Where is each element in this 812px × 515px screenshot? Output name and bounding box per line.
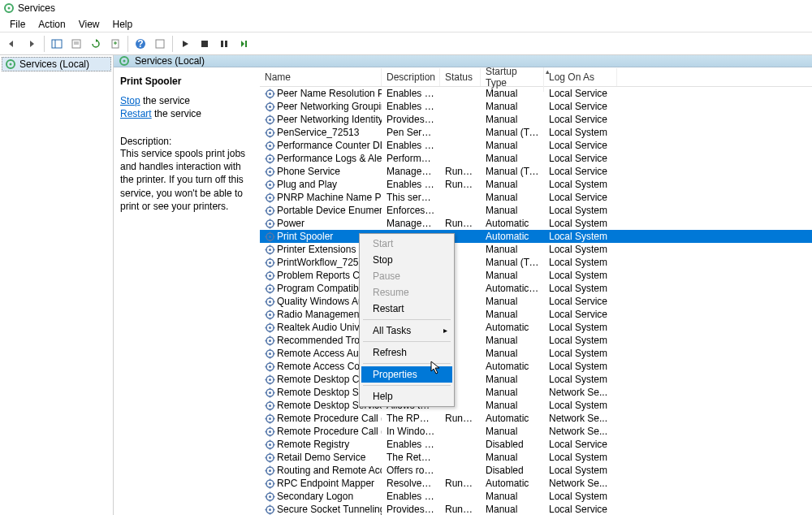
restart-service-button[interactable] bbox=[235, 35, 253, 53]
service-desc: Enforces gro... bbox=[382, 205, 440, 216]
service-row[interactable]: Remote Desktop ServicesManualNetwork Se.… bbox=[260, 386, 812, 399]
help2-button[interactable] bbox=[151, 35, 169, 53]
service-row[interactable]: Remote RegistryEnables rem...DisabledLoc… bbox=[260, 438, 812, 451]
service-desc: Provides ide... bbox=[382, 114, 440, 125]
header-strip: Services (Local) bbox=[114, 55, 812, 67]
stop-service-button[interactable] bbox=[196, 35, 214, 53]
start-service-button[interactable] bbox=[176, 35, 194, 53]
service-row[interactable]: PrintWorkflow_72513Manual (Trigg...Local… bbox=[260, 256, 812, 269]
title-bar: Services bbox=[0, 0, 812, 16]
ctx-refresh[interactable]: Refresh bbox=[361, 344, 452, 361]
service-row[interactable]: Remote Desktop Configurati...ManualLocal… bbox=[260, 373, 812, 386]
menu-file[interactable]: File bbox=[3, 17, 32, 32]
service-row[interactable]: Retail Demo ServiceThe Retail D...Manual… bbox=[260, 451, 812, 464]
gear-icon bbox=[265, 245, 275, 255]
gear-icon bbox=[265, 154, 275, 164]
service-row[interactable]: Realtek Audio Universal Serv...Automatic… bbox=[260, 321, 812, 334]
service-desc: Pen Service bbox=[382, 127, 440, 138]
svg-point-80 bbox=[269, 223, 271, 225]
service-row[interactable]: PenService_72513Pen ServiceManual (Trigg… bbox=[260, 126, 812, 139]
svg-point-170 bbox=[269, 418, 271, 420]
col-logon[interactable]: Log On As bbox=[544, 68, 617, 86]
pause-service-button[interactable] bbox=[215, 35, 233, 53]
service-row[interactable]: Peer Networking Identity M...Provides id… bbox=[260, 113, 812, 126]
menu-action[interactable]: Action bbox=[32, 17, 71, 32]
tree-root-item[interactable]: Services (Local) bbox=[2, 57, 111, 71]
service-row[interactable]: Recommended Troubleshoo...ManualLocal Sy… bbox=[260, 334, 812, 347]
svg-point-188 bbox=[269, 457, 271, 459]
col-status[interactable]: Status bbox=[440, 68, 481, 86]
service-row[interactable]: Performance Counter DLL H...Enables rem.… bbox=[260, 139, 812, 152]
service-logon: Local Service bbox=[544, 114, 617, 125]
service-name: Peer Name Resolution Proto... bbox=[277, 88, 382, 99]
service-row[interactable]: Phone ServiceManages th...RunningManual … bbox=[260, 165, 812, 178]
ctx-restart[interactable]: Restart bbox=[361, 301, 452, 317]
service-row[interactable]: Plug and PlayEnables a co...RunningManua… bbox=[260, 178, 812, 191]
detail-desc-text: This service spools print jobs and handl… bbox=[120, 147, 253, 213]
service-startup: Manual bbox=[481, 205, 544, 216]
svg-rect-14 bbox=[245, 41, 247, 47]
forward-button[interactable] bbox=[23, 35, 41, 53]
list-body[interactable]: Peer Name Resolution Proto...Enables ser… bbox=[260, 87, 812, 515]
service-startup: Automatic bbox=[481, 478, 544, 489]
service-logon: Local Service bbox=[544, 166, 617, 177]
service-row[interactable]: Remote Access Auto Connec...ManualLocal … bbox=[260, 347, 812, 360]
service-logon: Local Service bbox=[544, 153, 617, 164]
col-name[interactable]: Name bbox=[260, 68, 382, 86]
menu-view[interactable]: View bbox=[72, 17, 106, 32]
service-row[interactable]: RPC Endpoint MapperResolves RP...Running… bbox=[260, 477, 812, 490]
svg-point-92 bbox=[269, 249, 271, 251]
service-row[interactable]: Secure Socket Tunneling Pro...Provides s… bbox=[260, 503, 812, 515]
ctx-stop[interactable]: Stop bbox=[361, 252, 452, 268]
back-button[interactable] bbox=[3, 35, 21, 53]
ctx-properties[interactable]: Properties bbox=[361, 366, 452, 383]
service-desc: Enables rem... bbox=[382, 439, 440, 450]
service-row[interactable]: Remote Desktop Services Us...Allows the … bbox=[260, 399, 812, 412]
service-row[interactable]: PowerManages po...RunningAutomaticLocal … bbox=[260, 217, 812, 230]
service-row[interactable]: Radio Management ServiceManualLocal Serv… bbox=[260, 308, 812, 321]
refresh-button[interactable] bbox=[87, 35, 105, 53]
stop-rest: the service bbox=[140, 95, 190, 106]
service-row[interactable]: Remote Access Connection ...AutomaticLoc… bbox=[260, 360, 812, 373]
gear-icon bbox=[265, 413, 275, 424]
restart-link[interactable]: Restart bbox=[120, 108, 152, 119]
gear-icon bbox=[265, 141, 275, 151]
stop-link[interactable]: Stop bbox=[120, 95, 140, 106]
service-name: Performance Logs & Alerts bbox=[277, 153, 382, 164]
service-row[interactable]: Quality Windows Audio Vid...ManualLocal … bbox=[260, 295, 812, 308]
gear-icon bbox=[265, 102, 275, 112]
service-row[interactable]: Program Compatibility Assis...Automatic … bbox=[260, 282, 812, 295]
service-row[interactable]: Print SpoolerAutomaticLocal System bbox=[260, 230, 812, 243]
col-description[interactable]: Description bbox=[382, 68, 440, 86]
service-name: PNRP Machine Name Public... bbox=[277, 192, 382, 203]
service-row[interactable]: PNRP Machine Name Public...This service … bbox=[260, 191, 812, 204]
ctx-help[interactable]: Help bbox=[361, 388, 452, 405]
help-button[interactable]: ? bbox=[132, 35, 149, 53]
menu-help[interactable]: Help bbox=[106, 17, 140, 32]
properties-button[interactable] bbox=[67, 35, 85, 53]
svg-point-74 bbox=[269, 210, 271, 212]
service-startup: Automatic bbox=[481, 361, 544, 372]
gear-icon bbox=[265, 439, 275, 450]
svg-point-140 bbox=[269, 353, 271, 355]
service-row[interactable]: Performance Logs & AlertsPerformance...M… bbox=[260, 152, 812, 165]
service-row[interactable]: Routing and Remote AccessOffers routi...… bbox=[260, 464, 812, 477]
service-logon: Local System bbox=[544, 270, 617, 281]
ctx-alltasks[interactable]: All Tasks▸ bbox=[361, 322, 452, 339]
service-row[interactable]: Portable Device Enumerator ...Enforces g… bbox=[260, 204, 812, 217]
service-startup: Manual (Trigg... bbox=[481, 166, 544, 177]
service-name: Print Spooler bbox=[277, 231, 333, 242]
gear-icon bbox=[265, 504, 275, 515]
gear-icon bbox=[265, 348, 275, 359]
service-row[interactable]: Remote Procedure Call (RPC)The RPCSS s..… bbox=[260, 412, 812, 425]
service-row[interactable]: Problem Reports Control Pa...ManualLocal… bbox=[260, 269, 812, 282]
services-header-icon bbox=[119, 55, 130, 67]
gear-icon bbox=[265, 128, 275, 138]
service-row[interactable]: Remote Procedure Call (RPC)...In Windows… bbox=[260, 425, 812, 438]
service-row[interactable]: Secondary LogonEnables start...ManualLoc… bbox=[260, 490, 812, 503]
service-row[interactable]: Printer Extensions and Notifi...ManualLo… bbox=[260, 243, 812, 256]
show-hide-tree-button[interactable] bbox=[48, 35, 66, 53]
export-button[interactable] bbox=[106, 35, 124, 53]
service-row[interactable]: Peer Networking GroupingEnables mul...Ma… bbox=[260, 100, 812, 113]
col-startup[interactable]: Startup Type bbox=[481, 67, 544, 92]
